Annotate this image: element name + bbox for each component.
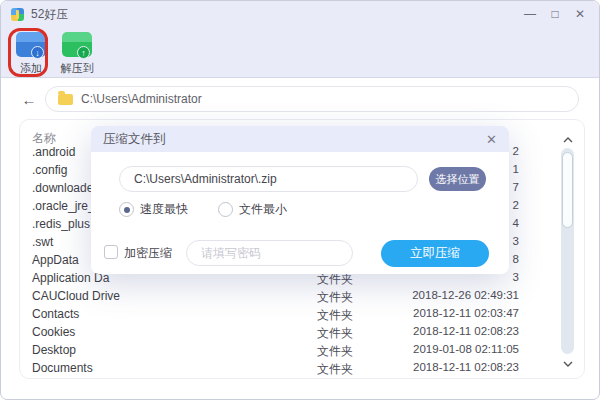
file-name: AppData	[32, 253, 79, 267]
dialog-header: 压缩文件到 ✕	[91, 126, 509, 152]
file-date: 2019-01-08 02:11:05	[413, 343, 519, 355]
compression-mode-options: 速度最快 文件最小	[119, 201, 311, 218]
file-date: 2018-12-11 02:08:23	[413, 325, 519, 337]
table-row[interactable]: Desktop文件夹2019-01-08 02:11:05	[20, 342, 584, 360]
compress-dialog: 压缩文件到 ✕ 选择位置 速度最快 文件最小 加密压缩 立即压缩	[91, 126, 509, 274]
file-name: CAUCloud Drive	[32, 289, 120, 303]
table-row[interactable]: Cookies文件夹2018-12-11 02:08:23	[20, 324, 584, 342]
title-bar[interactable]: 52好压 — □ ✕	[1, 1, 599, 27]
address-input[interactable]	[81, 92, 521, 106]
compress-now-button[interactable]: 立即压缩	[381, 240, 489, 267]
table-row[interactable]: Documents文件夹2018-12-11 02:08:23	[20, 360, 584, 378]
file-type: 文件夹	[317, 361, 353, 378]
file-date: 3	[513, 271, 519, 283]
add-button-label: 添加	[20, 61, 42, 76]
password-input[interactable]	[201, 246, 356, 260]
app-logo-icon	[11, 8, 24, 21]
file-name: .redis_plus	[32, 217, 90, 231]
file-date: 2018-12-11 02:08:23	[413, 361, 519, 373]
file-name: Desktop	[32, 343, 76, 357]
file-date: 7	[513, 181, 519, 193]
table-row[interactable]: CAUCloud Drive文件夹2018-12-26 02:49:31	[20, 288, 584, 306]
file-name: .config	[32, 163, 67, 177]
file-name: .downloader	[32, 181, 97, 195]
file-date: 2018-12-26 02:49:31	[412, 289, 519, 301]
arrow-down-icon: ↓	[31, 46, 44, 59]
folder-icon	[58, 94, 73, 105]
destination-path-input[interactable]	[119, 166, 418, 192]
dialog-close-icon[interactable]: ✕	[486, 132, 497, 147]
file-name: Documents	[32, 361, 93, 375]
address-box[interactable]	[45, 86, 579, 112]
back-arrow-icon[interactable]: ←	[17, 91, 41, 108]
scrollbar[interactable]	[561, 148, 574, 354]
choose-location-button[interactable]: 选择位置	[429, 167, 486, 191]
file-name: .android	[32, 145, 75, 159]
file-name: Cookies	[32, 325, 75, 339]
archive-add-icon: ↓	[16, 32, 46, 57]
radio-fastest-speed[interactable]	[119, 202, 134, 217]
encrypt-checkbox-label: 加密压缩	[124, 245, 172, 262]
file-date: 8	[513, 253, 519, 265]
address-bar: ←	[1, 79, 599, 119]
file-type: 文件夹	[317, 343, 353, 360]
file-name: Contacts	[32, 307, 79, 321]
file-type: 文件夹	[317, 325, 353, 342]
extract-button[interactable]: ↑ 解压到	[59, 28, 95, 76]
file-date: 1	[513, 163, 519, 175]
toolbar: ↓ 添加 ↑ 解压到	[1, 28, 95, 78]
file-date: 4	[513, 217, 519, 229]
file-name: .swt	[32, 235, 53, 249]
file-type: 文件夹	[317, 289, 353, 306]
file-date: 2	[513, 199, 519, 211]
window-title: 52好压	[31, 6, 68, 23]
file-type: 文件夹	[317, 307, 353, 324]
file-date: 3	[513, 235, 519, 247]
radio-fastest-speed-label: 速度最快	[140, 201, 188, 218]
archive-extract-icon: ↑	[62, 32, 92, 57]
scroll-down-icon[interactable]	[563, 360, 573, 368]
radio-smallest-file[interactable]	[218, 202, 233, 217]
window-chrome: 52好压 — □ ✕ ↓ 添加 ↑ 解压到	[1, 1, 599, 78]
scrollbar-thumb[interactable]	[562, 152, 573, 228]
table-row[interactable]: Contacts文件夹2018-12-11 02:03:47	[20, 306, 584, 324]
radio-smallest-file-label: 文件最小	[239, 201, 287, 218]
extract-button-label: 解压到	[61, 61, 94, 76]
add-button[interactable]: ↓ 添加	[13, 28, 49, 76]
file-date: 2018-12-11 02:03:47	[413, 307, 519, 319]
close-button[interactable]: ✕	[571, 5, 589, 23]
dialog-title: 压缩文件到	[103, 131, 166, 148]
password-box[interactable]	[186, 240, 353, 266]
app-window: 52好压 — □ ✕ ↓ 添加 ↑ 解压到 ←	[0, 0, 600, 400]
minimize-button[interactable]: —	[521, 5, 539, 23]
arrow-up-icon: ↑	[77, 46, 90, 59]
scroll-up-icon[interactable]	[563, 136, 573, 144]
file-date: 2	[513, 145, 519, 157]
maximize-button[interactable]: □	[546, 5, 564, 23]
encrypt-checkbox[interactable]	[104, 245, 118, 259]
